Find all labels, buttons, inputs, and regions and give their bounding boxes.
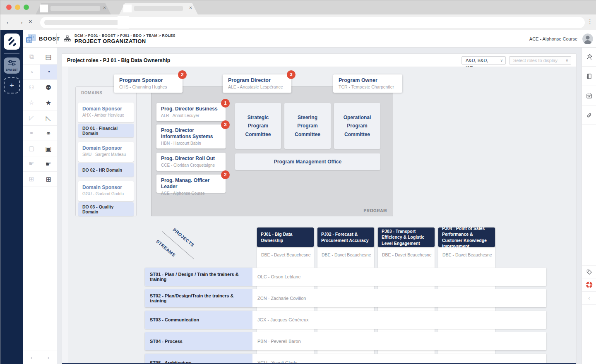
panel-title: Project roles - PJ 01 - Big Data Ownersh… (67, 54, 170, 67)
dashboard-gauge-icon[interactable]: ◔ (23, 65, 40, 80)
linked-circles-icon[interactable]: ⚭ (40, 126, 57, 141)
stream-row-st03[interactable]: ST03 - Communication JGX - Jacques Génér… (145, 311, 546, 329)
project-header[interactable]: PJ01 - Big Data Ownership (257, 228, 314, 247)
dashboard-gauge-icon-selected[interactable]: ◔ (40, 65, 57, 80)
project-header[interactable]: PJ04 - Point of Sales Performance & Cust… (438, 228, 495, 247)
role-card-prog-director-is[interactable]: 3 Prog. Director Informations Systems HB… (156, 125, 226, 148)
browser-menu-icon[interactable]: ⋮ (587, 18, 593, 25)
role-title: Prog. Director Business (161, 106, 221, 112)
sidebar-divider (4, 53, 19, 54)
org-chart-icon (64, 35, 71, 44)
primary-sidebar: SPM-SET + (0, 30, 23, 364)
domain-chip[interactable]: DO 01 - Financial Domain (78, 124, 134, 137)
role-card-domain-sponsor[interactable]: Domain Sponsor SMU - Sargent Marleau (78, 142, 134, 162)
rail-expand-icon[interactable]: › (23, 350, 40, 364)
browser-tab-active[interactable]: × (119, 3, 198, 14)
stream-label: ST04 - Process (145, 332, 252, 350)
area-chart-icon[interactable]: ◸ (23, 110, 40, 126)
committee-box[interactable]: Steering Program Committee (284, 103, 331, 149)
team-icon[interactable]: ⚉ (40, 80, 57, 95)
rail-collapse-icon[interactable]: ‹ (582, 292, 596, 305)
project-lead[interactable]: DBE - Davet Beauchesne (382, 252, 432, 257)
team-icon[interactable]: ⚇ (23, 80, 40, 95)
stop-icon[interactable]: × (29, 18, 32, 25)
role-card-program-owner[interactable]: Program Owner TCR - Tempeste Charpentier (333, 74, 402, 93)
role-title: Program Director (228, 77, 286, 83)
role-person: ACE - Alphonse Course (161, 191, 221, 196)
stream-row-st02[interactable]: ST02 - Plan/Design/Train the trainers & … (145, 289, 546, 307)
badge-star-icon[interactable]: ☆ (23, 95, 40, 110)
browser-tab-inactive[interactable]: × (36, 3, 111, 14)
back-icon[interactable]: ← (5, 18, 12, 26)
documents-icon[interactable]: ⧉ (23, 49, 40, 65)
app-name: BOOST (39, 36, 60, 42)
program-panel-label: PROGRAM (364, 208, 387, 213)
app-logo[interactable] (4, 34, 20, 50)
program-management-office-box[interactable]: Program Management Office (235, 153, 380, 170)
hand-pointer-icon[interactable]: ☛ (40, 156, 57, 172)
roles-filter-dropdown[interactable]: Select roles to display ∨ (509, 56, 571, 65)
stream-label: ST03 - Communication (145, 311, 252, 329)
window-close-icon[interactable] (6, 5, 12, 10)
role-card-prog-director-rollout[interactable]: Prog. Director Roll Out CCE - Cloridan C… (156, 153, 226, 171)
grid-document-icon[interactable]: ⊞ (40, 172, 57, 187)
stream-row-st04[interactable]: ST04 - Process PBN - Peverell Baron (145, 332, 546, 350)
forward-icon[interactable]: → (17, 18, 24, 26)
project-lead[interactable]: DBE - Davet Beauchesne (442, 252, 492, 257)
project-lead[interactable]: DBE - Davet Beauchesne (322, 252, 371, 257)
hand-pointer-icon[interactable]: ☛ (23, 156, 40, 172)
cube-icon[interactable]: ▣ (40, 141, 57, 156)
role-title: Prog. Manag. Officer Leader (161, 177, 221, 190)
grid-document-icon[interactable]: ⊞ (23, 172, 40, 187)
role-card-program-director[interactable]: 3 Program Director ALE - Anastasie Lespé… (223, 74, 291, 93)
domain-chip[interactable]: DO 02 - HR Domain (78, 163, 134, 177)
role-card-domain-sponsor[interactable]: Domain Sponsor AHX - Amber Hervieux (78, 103, 134, 122)
window-minimize-icon[interactable] (15, 5, 20, 10)
pin-icon[interactable] (582, 48, 596, 67)
role-person: SMU - Sargent Marleau (82, 152, 130, 157)
rail-expand-icon[interactable]: › (40, 350, 57, 364)
tab-close-icon[interactable]: × (103, 5, 106, 11)
role-card-domain-sponsor[interactable]: Domain Sponsor GGU - Garland Goddu (78, 181, 134, 201)
tab-favicon (40, 5, 48, 12)
browser-tab-strip: × × (0, 0, 596, 14)
assignment-count-badge: 2 (221, 170, 230, 179)
role-card-program-sponsor[interactable]: 2 Program Sponsor CHS - Channing Hughes (114, 74, 183, 93)
notebook-icon[interactable] (582, 67, 596, 86)
app-icon-label: DCM (27, 38, 31, 40)
url-placeholder (44, 20, 124, 25)
spm-set-button[interactable]: SPM-SET (4, 57, 20, 74)
committee-box[interactable]: Operational Program Committee (334, 103, 380, 149)
domain-chip[interactable]: DO 03 - Quality Domain (78, 202, 134, 216)
paperclip-icon[interactable] (582, 106, 596, 125)
badge-star-icon[interactable]: ★ (40, 95, 57, 110)
linked-circles-icon[interactable]: ⚭ (23, 126, 40, 141)
app-header: DCM BOOST DCM > PG01 - BOOST > PJ01 - BD… (23, 30, 596, 48)
role-title: Prog. Director Informations Systems (161, 127, 221, 140)
projects-axis-label: PROJECTS (172, 227, 195, 248)
current-user-label[interactable]: ACE - Alphonse Course (529, 36, 577, 41)
tag-icon[interactable] (582, 265, 596, 278)
project-lead[interactable]: DBE - Davet Beauchesne (261, 252, 311, 257)
domains-panel: DOMAINS Domain Sponsor AHX - Amber Hervi… (75, 86, 137, 216)
perimeter-filter-dropdown[interactable]: A&D, B&D, I&D ∨ (461, 56, 506, 65)
help-life-ring-icon[interactable] (582, 278, 596, 292)
stream-row-st01[interactable]: ST01 - Plan / Design / Train the trainer… (145, 268, 546, 286)
committee-box[interactable]: Strategic Program Committee (235, 103, 281, 149)
role-card-pmo-leader[interactable]: 2 Prog. Manag. Officer Leader ACE - Alph… (156, 175, 226, 193)
calendar-check-icon[interactable] (582, 86, 596, 105)
panel-header: Project roles - PJ 01 - Big Data Ownersh… (62, 54, 576, 67)
area-chart-icon[interactable]: ◺ (40, 110, 57, 126)
documents-icon[interactable]: ▤ (40, 49, 57, 65)
window-zoom-icon[interactable] (24, 5, 29, 10)
role-card-prog-director-business[interactable]: 1 Prog. Director Business ALR - Annot Lé… (156, 103, 226, 121)
role-title: Domain Sponsor (82, 184, 130, 190)
user-avatar[interactable] (582, 34, 593, 44)
breadcrumb[interactable]: DCM > PG01 - BOOST > PJ01 - BDO > TEAM >… (74, 34, 175, 38)
cube-icon[interactable]: ▢ (23, 141, 40, 156)
project-header[interactable]: PJ02 - Forecast & Procurement Accuracy (317, 228, 374, 247)
project-header[interactable]: PJ03 - Transport Efficiency & Logistic L… (378, 228, 435, 247)
org-chart-canvas: 2 Program Sponsor CHS - Channing Hughes … (62, 67, 576, 364)
tab-close-icon[interactable]: × (189, 5, 192, 11)
add-module-button[interactable]: + (4, 77, 20, 93)
